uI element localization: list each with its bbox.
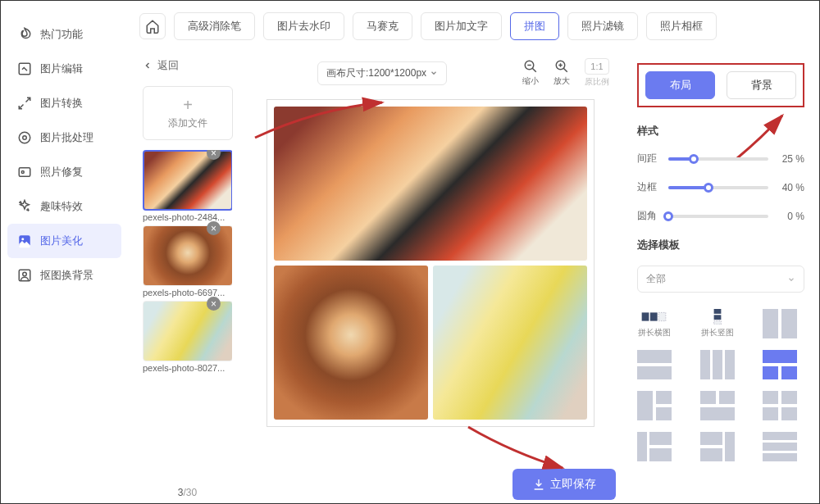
chevron-down-icon [787, 275, 795, 284]
template-2col[interactable] [763, 309, 797, 338]
tab-advanced-erase[interactable]: 高级消除笔 [174, 12, 255, 40]
download-icon [532, 478, 545, 491]
zoom-in-button[interactable]: 放大 [554, 59, 570, 87]
template-2row[interactable] [637, 350, 672, 379]
sidebar-item-edit[interactable]: 图片编辑 [1, 52, 128, 86]
template-left-2right[interactable] [637, 391, 672, 420]
svg-rect-13 [658, 312, 666, 320]
add-file-button[interactable]: + 添加文件 [143, 86, 233, 140]
svg-rect-12 [650, 312, 658, 320]
template-vertical-strip[interactable]: 拼长竖图 [700, 309, 735, 338]
delete-thumbnail-button[interactable]: × [207, 297, 221, 311]
thumbnail-item[interactable]: × pexels-photo-6697... [143, 225, 232, 297]
tab-collage[interactable]: 拼图 [510, 12, 559, 40]
collage-cell[interactable] [433, 266, 587, 420]
template-mixed-1[interactable] [637, 432, 672, 461]
svg-point-1 [23, 136, 27, 140]
collage-cell[interactable] [274, 107, 587, 261]
border-slider-row: 边框 40 % [637, 180, 804, 194]
sidebar-item-effects[interactable]: 趣味特效 [1, 189, 128, 224]
svg-rect-45 [763, 453, 797, 461]
add-file-label: 添加文件 [168, 116, 207, 130]
sidebar-item-hot[interactable]: 热门功能 [1, 17, 128, 52]
template-top-2bot[interactable] [763, 350, 797, 379]
ratio-label: 原比例 [585, 76, 609, 88]
sidebar-item-beautify[interactable]: 图片美化 [7, 224, 121, 258]
thumbnail-image [143, 301, 232, 361]
home-button[interactable] [139, 13, 166, 39]
slider-value: 25 % [775, 153, 804, 165]
thumbnail-item[interactable]: × pexels-photo-8027... [143, 301, 232, 373]
template-filter-select[interactable]: 全部 [637, 266, 804, 293]
tab-frame[interactable]: 照片相框 [646, 12, 717, 40]
svg-rect-41 [725, 432, 735, 461]
svg-rect-28 [656, 391, 672, 404]
ratio-button[interactable]: 1:1 [585, 58, 608, 75]
save-button[interactable]: 立即保存 [512, 469, 616, 500]
svg-rect-43 [763, 432, 797, 440]
collage-cell[interactable] [274, 266, 428, 420]
radius-slider[interactable] [668, 215, 768, 218]
svg-rect-38 [649, 432, 672, 445]
sidebar-item-batch[interactable]: 图片批处理 [1, 120, 128, 155]
template-grid: 拼长横图 拼长竖图 [637, 309, 804, 461]
tab-text[interactable]: 图片加文字 [421, 12, 502, 40]
radius-slider-row: 圆角 0 % [637, 209, 804, 223]
spacing-slider-row: 间距 25 % [637, 152, 804, 166]
tab-watermark[interactable]: 图片去水印 [263, 12, 344, 40]
thumbnail-item[interactable]: × pexels-photo-2484... [143, 150, 232, 222]
template-mixed-2[interactable] [700, 432, 735, 461]
beautify-icon [17, 234, 32, 248]
svg-rect-27 [637, 391, 653, 420]
slider-value: 40 % [775, 182, 804, 193]
canvas-size-select[interactable]: 画布尺寸:1200*1200px [317, 61, 447, 85]
template-3col[interactable] [700, 350, 735, 379]
template-3row[interactable] [763, 432, 797, 461]
sidebar-item-cutout[interactable]: 抠图换背景 [1, 258, 128, 293]
home-icon [145, 19, 160, 34]
layout-tab[interactable]: 布局 [645, 71, 715, 99]
sidebar-item-convert[interactable]: 图片转换 [1, 86, 128, 120]
template-heading: 选择模板 [637, 238, 804, 252]
sidebar-item-label: 照片修复 [40, 165, 83, 179]
thumbnail-name: pexels-photo-6697... [143, 288, 232, 297]
right-panel: 布局 背景 样式 间距 25 % 边框 40 % 圆角 [622, 52, 819, 503]
thumbnail-name: pexels-photo-8027... [143, 363, 232, 373]
sidebar-item-label: 图片转换 [40, 96, 83, 111]
chevron-left-icon [143, 61, 153, 70]
sidebar-item-label: 抠图换背景 [40, 268, 93, 283]
svg-point-8 [23, 272, 27, 276]
background-tab[interactable]: 背景 [727, 71, 796, 99]
sidebar-item-repair[interactable]: 照片修复 [1, 155, 128, 189]
template-2top-bot[interactable] [700, 391, 735, 420]
thumbnail-name: pexels-photo-2484... [143, 212, 232, 222]
collage-canvas[interactable] [266, 99, 594, 427]
svg-rect-14 [713, 309, 721, 314]
template-2x2[interactable] [763, 391, 797, 420]
svg-rect-32 [700, 407, 735, 420]
svg-rect-17 [763, 309, 778, 338]
sidebar-item-label: 图片美化 [40, 234, 83, 248]
border-slider[interactable] [668, 186, 768, 189]
back-button[interactable]: 返回 [143, 52, 232, 79]
file-list-panel: 返回 + 添加文件 × pexels-photo-2484... × pe [128, 52, 239, 503]
tab-filter[interactable]: 照片滤镜 [567, 12, 638, 40]
svg-rect-33 [763, 391, 778, 404]
svg-rect-15 [713, 315, 721, 320]
spacing-slider[interactable] [668, 157, 768, 161]
file-count: 3/30 [143, 482, 232, 503]
svg-rect-44 [763, 443, 797, 451]
flame-icon [17, 27, 32, 42]
zoom-out-button[interactable]: 缩小 [522, 59, 539, 87]
canvas-area: 画布尺寸:1200*1200px 缩小 放大 1:1 原比例 [239, 52, 622, 503]
svg-rect-16 [713, 321, 721, 325]
svg-rect-30 [700, 391, 716, 404]
slider-value: 0 % [775, 211, 804, 222]
thumbnail-image [143, 150, 232, 211]
canvas-size-label: 画布尺寸:1200*1200px [326, 66, 426, 80]
delete-thumbnail-button[interactable]: × [207, 221, 221, 235]
svg-rect-31 [719, 391, 735, 404]
svg-rect-35 [763, 407, 778, 420]
tab-mosaic[interactable]: 马赛克 [353, 12, 412, 40]
template-horizontal-strip[interactable]: 拼长横图 [637, 309, 672, 338]
